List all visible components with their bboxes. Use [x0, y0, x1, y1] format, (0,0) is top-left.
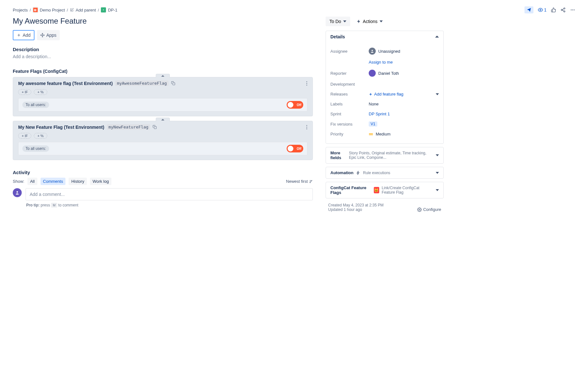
more-actions-icon[interactable]	[570, 7, 575, 12]
status-dropdown[interactable]: To Do	[326, 17, 350, 26]
configcat-panel[interactable]: ConfigCat Feature Flags 😺 Link/Create Co…	[326, 182, 444, 198]
like-button[interactable]	[551, 7, 556, 12]
sort-label: Newest first	[286, 179, 308, 184]
fix-versions-label: Fix versions	[330, 122, 369, 127]
tab-worklog[interactable]: Work log	[90, 178, 111, 185]
flag-toggle[interactable]: Off	[287, 145, 303, 152]
watcher-button[interactable]: 1	[538, 7, 547, 12]
fix-versions-value[interactable]: V1	[369, 121, 439, 127]
pro-tip-label: Pro tip:	[26, 203, 40, 207]
reporter-avatar	[369, 70, 376, 77]
breadcrumb-sep: /	[30, 8, 31, 12]
description-heading: Description	[13, 47, 313, 52]
pro-tip-press: press	[41, 203, 50, 207]
add-if-rule-button[interactable]: + IF	[18, 133, 31, 139]
flag-default-row: To all users: Off	[18, 98, 307, 112]
configure-label: Configure	[423, 207, 441, 212]
svg-point-6	[572, 10, 573, 11]
add-if-rule-button[interactable]: + IF	[18, 89, 31, 95]
breadcrumb-projects[interactable]: Projects	[13, 8, 28, 12]
flag-toggle[interactable]: Off	[287, 101, 303, 109]
labels-value[interactable]: None	[369, 102, 439, 106]
timestamps: Created May 4, 2023 at 2:35 PM Updated 1…	[326, 202, 444, 213]
labels-label: Labels	[330, 102, 369, 106]
breadcrumb-add-parent[interactable]: Add parent	[76, 8, 96, 12]
flag-key: myNewFeatureFlag	[107, 124, 150, 130]
reporter-value[interactable]: Daniel Toth	[369, 70, 439, 77]
sort-toggle[interactable]: Newest first	[286, 179, 313, 184]
pencil-icon	[70, 8, 74, 12]
svg-point-16	[306, 84, 307, 85]
svg-point-22	[372, 50, 373, 51]
priority-label: Priority	[330, 132, 369, 136]
flag-name: My New Feature Flag (Test Environment)	[18, 125, 104, 130]
project-icon: ▦	[33, 7, 38, 12]
sprint-value[interactable]: DP Sprint 1	[369, 112, 439, 116]
breadcrumb-project[interactable]: Demo Project	[40, 8, 65, 12]
svg-point-5	[571, 10, 572, 11]
svg-point-20	[306, 128, 307, 129]
more-fields-panel[interactable]: More fields Story Points, Original estim…	[326, 147, 444, 164]
chevron-down-icon[interactable]	[436, 93, 439, 96]
collapse-tab[interactable]	[156, 118, 170, 121]
breadcrumb-sep: /	[67, 8, 68, 12]
assignee-value[interactable]: Unassigned	[369, 48, 439, 55]
assign-to-me-link[interactable]: Assign to me	[369, 60, 439, 65]
tab-comments[interactable]: Comments	[41, 178, 66, 185]
svg-point-12	[43, 35, 44, 35]
reporter-label: Reporter	[330, 71, 369, 76]
add-button[interactable]: Add	[13, 30, 34, 40]
releases-label: Releases	[330, 92, 369, 97]
add-pct-rule-button[interactable]: + %	[34, 133, 47, 139]
feedback-icon[interactable]	[524, 6, 533, 13]
svg-rect-23	[369, 133, 373, 134]
activity-tabs: Show: All Comments History Work log	[13, 178, 111, 185]
svg-point-19	[306, 127, 307, 128]
breadcrumb-sep: /	[98, 8, 99, 12]
feature-flag-card: My awesome feature flag (Test Environmen…	[13, 77, 313, 116]
copy-icon[interactable]	[171, 81, 175, 85]
pro-tip: Pro tip: press M to comment	[26, 203, 313, 207]
share-button[interactable]	[561, 7, 566, 12]
details-panel: Details Assignee Unassigned Assign to me…	[326, 31, 444, 144]
flag-more-icon[interactable]	[306, 81, 307, 86]
add-pct-rule-button[interactable]: + %	[34, 89, 47, 95]
watcher-count: 1	[544, 7, 547, 12]
breadcrumb-issue-key[interactable]: DP-1	[108, 8, 117, 12]
tab-all[interactable]: All	[27, 178, 37, 185]
actions-dropdown[interactable]: Actions	[353, 17, 386, 26]
apps-button-label: Apps	[46, 33, 57, 38]
plus-icon	[17, 33, 21, 37]
priority-text: Medium	[376, 132, 390, 136]
flag-more-icon[interactable]	[306, 125, 307, 129]
svg-point-8	[42, 35, 43, 36]
priority-medium-icon	[369, 132, 373, 136]
svg-point-3	[561, 9, 562, 11]
configure-link[interactable]: Configure	[417, 207, 441, 212]
svg-rect-24	[369, 134, 373, 135]
status-label: To Do	[329, 19, 341, 24]
svg-point-15	[306, 83, 307, 84]
toggle-label: Off	[297, 147, 301, 151]
chevron-down-icon	[436, 189, 439, 192]
gear-icon	[417, 207, 422, 212]
issue-title[interactable]: My Awesome Feature	[13, 17, 313, 26]
automation-title: Automation	[330, 170, 353, 175]
svg-point-11	[41, 35, 41, 35]
assignee-label: Assignee	[330, 49, 369, 54]
details-header[interactable]: Details	[326, 31, 443, 43]
tab-history[interactable]: History	[69, 178, 87, 185]
comment-input[interactable]: Add a comment...	[26, 188, 313, 200]
svg-rect-13	[173, 83, 175, 85]
add-feature-flag-link[interactable]: Add feature flag	[369, 92, 403, 97]
apps-button[interactable]: Apps	[37, 30, 60, 40]
collapse-tab[interactable]	[156, 74, 170, 78]
svg-point-2	[564, 8, 565, 9]
copy-icon[interactable]	[153, 125, 157, 129]
pro-tip-rest: to comment	[58, 203, 79, 207]
activity-heading: Activity	[13, 170, 313, 175]
automation-panel[interactable]: Automation Rule executions	[326, 167, 444, 179]
priority-value[interactable]: Medium	[369, 132, 439, 136]
apps-icon	[40, 33, 45, 37]
description-input[interactable]: Add a description...	[13, 54, 313, 59]
